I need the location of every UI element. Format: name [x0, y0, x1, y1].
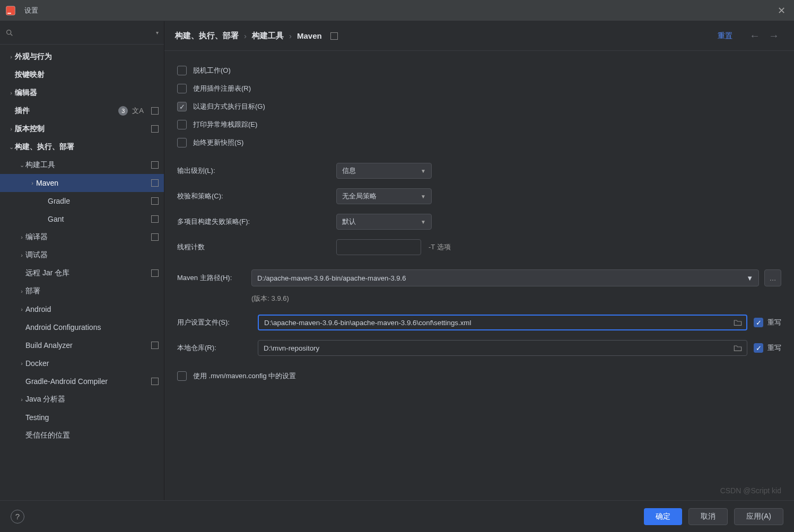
output-level-dropdown[interactable]: 信息▼: [336, 163, 432, 179]
window-title: 设置: [24, 6, 774, 15]
settings-pane: 脱机工作(O) 使用插件注册表(R) 以递归方式执行目标(G) 打印异常堆栈跟踪…: [164, 51, 794, 500]
offline-checkbox[interactable]: [177, 66, 187, 75]
threads-input[interactable]: [336, 239, 421, 255]
close-icon[interactable]: ✕: [774, 5, 789, 16]
checksum-dropdown[interactable]: 无全局策略▼: [336, 188, 432, 204]
sidebar-item-label: 构建、执行、部署: [15, 142, 159, 152]
apply-button[interactable]: 应用(A): [734, 508, 783, 525]
project-scope-icon: [330, 32, 338, 40]
content-pane: 构建、执行、部署 › 构建工具 › Maven 重置 ← → 脱机工作(O) 使…: [164, 21, 794, 500]
sidebar-item-label: 编译器: [25, 232, 148, 242]
project-scope-icon: [151, 215, 159, 223]
sidebar-item-16[interactable]: Build Analyzer: [0, 336, 164, 354]
user-settings-override-checkbox[interactable]: [754, 318, 763, 327]
local-repo-label: 本地仓库(R):: [177, 343, 251, 353]
chevron-down-icon[interactable]: ▾: [156, 30, 159, 36]
sidebar-item-12[interactable]: 远程 Jar 仓库: [0, 264, 164, 282]
sidebar-item-0[interactable]: ›外观与行为: [0, 48, 164, 66]
registry-label: 使用插件注册表(R): [193, 84, 251, 93]
stack-checkbox[interactable]: [177, 120, 187, 129]
snapshot-checkbox[interactable]: [177, 138, 187, 147]
registry-checkbox[interactable]: [177, 84, 187, 93]
ok-button[interactable]: 确定: [644, 508, 682, 525]
sidebar-item-label: 插件: [15, 106, 118, 116]
chevron-right-icon: ›: [18, 360, 25, 367]
local-repo-override-label: 重写: [767, 343, 781, 353]
checksum-value: 无全局策略: [342, 191, 377, 201]
chevron-down-icon: ⌄: [7, 144, 15, 151]
sidebar-item-label: Gradle: [48, 197, 148, 205]
crumb-1[interactable]: 构建、执行、部署: [175, 31, 239, 41]
sidebar-item-label: 构建工具: [25, 160, 148, 170]
local-repo-override-checkbox[interactable]: [754, 343, 763, 353]
sidebar-item-8[interactable]: Gradle: [0, 192, 164, 210]
sidebar-item-3[interactable]: 插件3文A: [0, 102, 164, 120]
reset-link[interactable]: 重置: [718, 31, 732, 41]
sidebar-item-label: Gradle-Android Compiler: [25, 377, 148, 386]
sidebar-item-label: 受信任的位置: [25, 431, 159, 440]
sidebar-item-13[interactable]: ›部署: [0, 282, 164, 300]
sidebar-item-18[interactable]: Gradle-Android Compiler: [0, 372, 164, 390]
chevron-right-icon: ›: [18, 396, 25, 403]
sidebar-item-6[interactable]: ⌄构建工具: [0, 156, 164, 174]
forward-icon[interactable]: →: [764, 30, 783, 42]
sidebar-item-label: 外观与行为: [15, 52, 159, 62]
sidebar-item-11[interactable]: ›调试器: [0, 246, 164, 264]
project-scope-icon: [151, 125, 159, 133]
content-header: 构建、执行、部署 › 构建工具 › Maven 重置 ← →: [164, 21, 794, 51]
local-repo-input[interactable]: [258, 340, 747, 356]
mvnconfig-checkbox[interactable]: [177, 371, 187, 381]
chevron-right-icon: ›: [244, 31, 247, 40]
recursive-checkbox[interactable]: [177, 102, 187, 111]
chevron-down-icon: ▼: [421, 168, 426, 174]
maven-home-browse-button[interactable]: …: [764, 269, 781, 286]
cancel-button[interactable]: 取消: [688, 508, 728, 525]
sidebar-item-15[interactable]: Android Configurations: [0, 318, 164, 336]
sidebar-item-7[interactable]: ›Maven: [0, 174, 164, 192]
project-scope-icon: [151, 233, 159, 241]
sidebar-item-10[interactable]: ›编译器: [0, 228, 164, 246]
mmfail-value: 默认: [342, 217, 356, 226]
sidebar-item-14[interactable]: ›Android: [0, 300, 164, 318]
search-input[interactable]: [17, 29, 156, 37]
settings-tree: ›外观与行为按键映射›编辑器插件3文A›版本控制⌄构建、执行、部署⌄构建工具›M…: [0, 45, 164, 500]
back-icon[interactable]: ←: [745, 30, 764, 42]
stack-label: 打印异常堆栈跟踪(E): [193, 120, 257, 129]
sidebar-item-20[interactable]: Testing: [0, 408, 164, 426]
threads-hint: -T 选项: [429, 242, 451, 252]
badge: 3: [118, 106, 128, 116]
maven-home-dropdown[interactable]: D:/apache-maven-3.9.6-bin/apache-maven-3…: [251, 269, 759, 286]
project-scope-icon: [151, 378, 159, 385]
crumb-2[interactable]: 构建工具: [252, 31, 284, 41]
folder-icon[interactable]: [734, 344, 742, 352]
sidebar-item-2[interactable]: ›编辑器: [0, 84, 164, 102]
sidebar: ▾ ›外观与行为按键映射›编辑器插件3文A›版本控制⌄构建、执行、部署⌄构建工具…: [0, 21, 164, 500]
help-button[interactable]: ?: [11, 510, 24, 524]
sidebar-item-label: 按键映射: [15, 70, 159, 80]
translate-icon: 文A: [132, 106, 144, 116]
project-scope-icon: [151, 197, 159, 205]
project-scope-icon: [151, 269, 159, 277]
sidebar-item-17[interactable]: ›Docker: [0, 354, 164, 372]
sidebar-item-label: Maven: [36, 179, 148, 187]
threads-label: 线程计数: [177, 242, 336, 252]
sidebar-item-21[interactable]: 受信任的位置: [0, 426, 164, 444]
sidebar-item-label: 部署: [25, 286, 159, 296]
sidebar-item-19[interactable]: ›Java 分析器: [0, 390, 164, 408]
sidebar-item-5[interactable]: ⌄构建、执行、部署: [0, 138, 164, 156]
checksum-label: 校验和策略(C):: [177, 191, 336, 201]
chevron-down-icon: ▼: [421, 219, 426, 225]
breadcrumb: 构建、执行、部署 › 构建工具 › Maven: [175, 31, 718, 41]
mmfail-dropdown[interactable]: 默认▼: [336, 214, 432, 230]
search-icon: [5, 29, 14, 37]
sidebar-item-label: Android Configurations: [25, 323, 159, 332]
crumb-3[interactable]: Maven: [297, 31, 322, 40]
sidebar-item-4[interactable]: ›版本控制: [0, 120, 164, 138]
user-settings-input[interactable]: [258, 315, 747, 330]
chevron-right-icon: ›: [7, 126, 15, 132]
folder-icon[interactable]: [734, 319, 742, 326]
sidebar-item-1[interactable]: 按键映射: [0, 66, 164, 84]
sidebar-item-9[interactable]: Gant: [0, 210, 164, 228]
footer: ? 确定 取消 应用(A): [0, 500, 794, 532]
svg-rect-2: [7, 13, 11, 14]
